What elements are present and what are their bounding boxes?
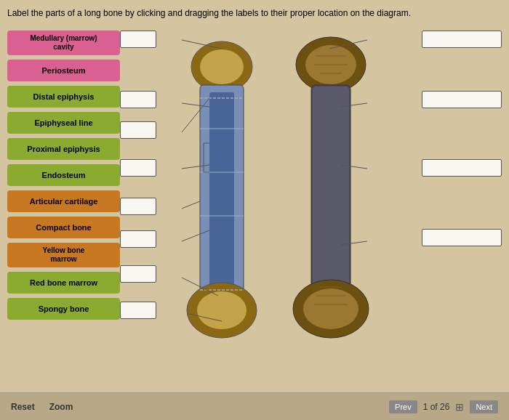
- label-yellow-bone-marrow[interactable]: Yellow bonemarrow: [7, 243, 120, 267]
- grid-icon: ⊞: [455, 401, 464, 413]
- svg-rect-17: [313, 86, 349, 291]
- bottom-bar: Reset Zoom Prev 1 of 26 ⊞ Next: [0, 392, 509, 420]
- reset-button[interactable]: Reset: [11, 402, 35, 412]
- zoom-button[interactable]: Zoom: [49, 402, 73, 412]
- drop-box-12[interactable]: [422, 229, 502, 246]
- svg-point-5: [197, 291, 247, 329]
- drop-box-6[interactable]: [120, 230, 156, 248]
- svg-line-30: [182, 201, 200, 209]
- label-periosteum[interactable]: Periosteum: [7, 60, 120, 81]
- drop-box-7[interactable]: [120, 265, 156, 283]
- labels-column: Medullary (marrow)cavity Periosteum Dist…: [7, 27, 120, 390]
- drop-box-9[interactable]: [422, 31, 502, 48]
- drop-box-3[interactable]: [120, 121, 156, 139]
- label-articular-cartilage[interactable]: Articular cartilage: [7, 190, 120, 212]
- drop-box-8[interactable]: [120, 302, 156, 319]
- svg-point-1: [200, 49, 244, 84]
- svg-rect-3: [209, 92, 234, 288]
- label-compact-bone[interactable]: Compact bone: [7, 217, 120, 238]
- drop-box-10[interactable]: [422, 91, 502, 108]
- svg-point-19: [303, 288, 358, 329]
- label-spongy-bone[interactable]: Spongy bone: [7, 298, 120, 320]
- bottom-left-controls: Reset Zoom: [11, 402, 73, 412]
- left-bone: [187, 41, 257, 338]
- bottom-right-controls: Prev 1 of 26 ⊞ Next: [389, 400, 498, 413]
- label-medullary-cavity[interactable]: Medullary (marrow)cavity: [7, 31, 120, 55]
- main-container: Label the parts of a long bone by clicki…: [0, 0, 509, 420]
- drop-box-1[interactable]: [120, 31, 156, 48]
- prev-button[interactable]: Prev: [389, 400, 417, 413]
- label-epiphyseal-line[interactable]: Epiphyseal line: [7, 112, 120, 134]
- drop-box-4[interactable]: [120, 159, 156, 177]
- label-endosteum[interactable]: Endosteum: [7, 164, 120, 186]
- label-proximal-epiphysis[interactable]: Proximal epiphysis: [7, 138, 120, 160]
- bone-diagram-svg: [160, 27, 393, 368]
- instruction-text: Label the parts of a long bone by clicki…: [7, 7, 502, 20]
- next-button[interactable]: Next: [470, 400, 498, 413]
- drop-box-11[interactable]: [422, 159, 502, 177]
- drop-box-2[interactable]: [120, 91, 156, 108]
- content-area: Medullary (marrow)cavity Periosteum Dist…: [7, 27, 502, 390]
- drop-box-5[interactable]: [120, 198, 156, 215]
- label-distal-epiphysis[interactable]: Distal epiphysis: [7, 86, 120, 108]
- right-bone: [293, 37, 369, 338]
- page-info: 1 of 26: [423, 402, 450, 412]
- diagram-area: [120, 27, 502, 383]
- label-red-bone-marrow[interactable]: Red bone marrow: [7, 272, 120, 294]
